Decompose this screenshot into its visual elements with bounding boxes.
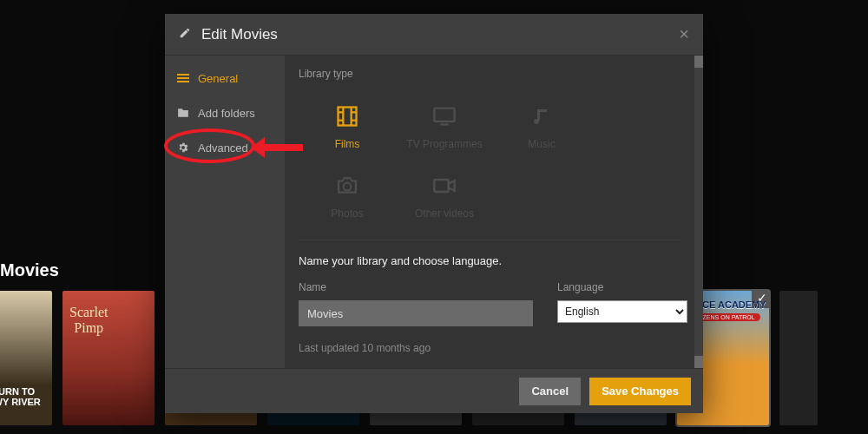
folder-icon <box>177 108 189 118</box>
divider <box>299 240 681 240</box>
svg-rect-10 <box>434 108 454 122</box>
library-type-grid: Films TV Programmes Music <box>299 92 681 231</box>
movie-poster[interactable] <box>779 291 818 425</box>
type-label: Music <box>528 138 555 150</box>
modal-body: General Add folders Advanced Library typ… <box>165 56 703 368</box>
type-label: Films <box>335 138 360 150</box>
svg-rect-2 <box>177 81 189 82</box>
library-type-label: Library type <box>299 68 681 80</box>
type-label: Other videos <box>415 207 474 220</box>
type-photos[interactable]: Photos <box>299 161 396 231</box>
language-label: Language <box>557 281 687 293</box>
tv-icon <box>432 103 457 129</box>
type-films[interactable]: Films <box>299 92 396 161</box>
cancel-button[interactable]: Cancel <box>519 378 581 405</box>
scroll-up-button[interactable] <box>694 56 703 68</box>
instruction-text: Name your library and choose language. <box>299 254 681 267</box>
svg-rect-3 <box>339 108 357 126</box>
sidebar-item-advanced[interactable]: Advanced <box>165 130 285 165</box>
type-other-videos[interactable]: Other videos <box>396 161 493 231</box>
section-title: Movies <box>0 260 59 280</box>
scrollbar[interactable] <box>694 56 703 368</box>
movie-poster[interactable] <box>62 291 155 425</box>
svg-point-12 <box>344 183 352 191</box>
video-icon <box>432 173 457 199</box>
camera-icon <box>335 173 359 199</box>
type-music[interactable]: Music <box>493 92 590 161</box>
language-select[interactable]: English <box>557 300 687 323</box>
last-updated-text: Last updated 10 months ago <box>299 342 681 354</box>
svg-rect-0 <box>177 74 189 76</box>
gear-icon <box>177 141 189 154</box>
list-icon <box>177 73 189 83</box>
modal-sidebar: General Add folders Advanced <box>165 56 285 368</box>
save-changes-button[interactable]: Save Changes <box>589 378 691 405</box>
modal-content: Library type Films TV Programmes <box>285 56 703 368</box>
film-icon <box>335 103 359 129</box>
modal-header: Edit Movies × <box>165 14 703 56</box>
sidebar-item-general[interactable]: General <box>165 61 285 95</box>
svg-rect-13 <box>434 180 448 192</box>
scroll-down-button[interactable] <box>694 356 703 368</box>
type-tv[interactable]: TV Programmes <box>396 92 493 161</box>
edit-library-modal: Edit Movies × General Add folders Adva <box>165 14 703 413</box>
type-label: Photos <box>331 207 363 220</box>
movie-poster[interactable] <box>0 291 52 425</box>
svg-rect-1 <box>177 77 189 79</box>
pencil-icon <box>179 27 191 43</box>
sidebar-item-label: Add folders <box>198 107 255 120</box>
name-label: Name <box>299 281 533 293</box>
library-name-input[interactable] <box>299 300 533 326</box>
close-button[interactable]: × <box>679 24 689 44</box>
sidebar-item-label: General <box>198 72 238 85</box>
sidebar-item-label: Advanced <box>198 141 248 155</box>
music-icon <box>531 103 552 129</box>
modal-title: Edit Movies <box>201 26 278 43</box>
sidebar-item-add-folders[interactable]: Add folders <box>165 95 285 130</box>
modal-footer: Cancel Save Changes <box>165 368 703 413</box>
type-label: TV Programmes <box>406 138 482 150</box>
